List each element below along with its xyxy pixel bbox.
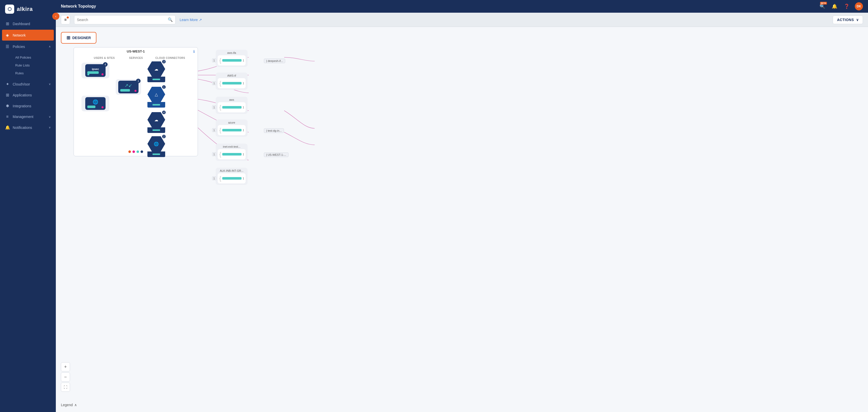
filter-icon: ≡ — [64, 18, 66, 22]
rs-inner-azure: 1 { 1 — [218, 125, 246, 135]
aws-icon: ☁ — [154, 67, 158, 71]
right-segment-aws: aws 1 { 1 — [216, 97, 248, 114]
rs-bracket-alk: { — [219, 175, 221, 182]
logo-area: ⬡ alkira — [0, 0, 56, 18]
rs-bracket-aws-tf: { — [219, 80, 221, 87]
legend-bar[interactable]: Legend ∧ — [61, 403, 77, 407]
azure-hex: △ — [147, 87, 165, 102]
zoom-controls: + − ⛶ — [61, 362, 70, 392]
user-avatar[interactable]: DK — [855, 2, 863, 10]
designer-tab[interactable]: ⊞ DESIGNER — [61, 32, 96, 44]
aws-small-bar — [153, 78, 160, 80]
dot-navigation — [128, 151, 143, 153]
learn-more-label: Learn More — [180, 18, 198, 22]
globe-bar-area — [147, 152, 165, 157]
help-icon: ❓ — [844, 4, 849, 9]
services-pink-dot — [134, 90, 136, 92]
zoom-out-button[interactable]: − — [61, 373, 70, 382]
rs-num-inet: 1 — [212, 153, 216, 156]
services-node-inner: 1 ↗↙ — [118, 81, 138, 93]
help-btn[interactable]: ❓ — [843, 2, 851, 10]
designer-icon: ⊞ — [66, 35, 70, 40]
policies-icon: ☰ — [5, 44, 10, 49]
bell-icon: 🔔 — [832, 4, 837, 9]
globe-small-bar — [153, 154, 160, 155]
management-chevron: ∨ — [49, 115, 51, 119]
rs-bar-aws-tf — [222, 82, 242, 85]
dot-3[interactable] — [136, 151, 139, 153]
ipsec-bar — [87, 71, 103, 74]
globe-connector-icon: 🌐 — [154, 141, 159, 147]
rs-bracket-aws-ifa: { — [219, 57, 221, 64]
sidebar-item-all-policies[interactable]: All Policies — [13, 54, 56, 61]
dot-1[interactable] — [128, 151, 131, 153]
rs-bar-inet — [222, 153, 242, 156]
sidebar-label-management: Management — [13, 115, 33, 119]
sidebar-item-applications[interactable]: ⊞ Applications — [0, 90, 56, 100]
search-icon-btn[interactable]: 🔍 BETA — [818, 2, 827, 10]
page-title: Network Topology — [61, 4, 96, 9]
network-icon: ◈ — [5, 33, 10, 37]
zoom-in-button[interactable]: + — [61, 362, 70, 372]
us-west-1-segment: US-WEST-1 ℹ USERS & SITES SERVICES CLOUD… — [73, 47, 198, 156]
right-segment-inet: inet-exit-test... 1 { 1 — [216, 144, 248, 161]
search-container: 🔍 — [74, 15, 176, 24]
actions-button[interactable]: ACTIONS ∨ — [833, 15, 863, 24]
dot-4[interactable] — [141, 151, 143, 153]
rs-bracket-azure: { — [219, 127, 221, 134]
cloud-count: 4 — [162, 110, 166, 115]
rs-title-inet: inet-exit-test... — [223, 145, 240, 148]
segment-info-icon[interactable]: ℹ — [193, 50, 195, 54]
notifications-bell-btn[interactable]: 🔔 — [831, 2, 839, 10]
sidebar-item-network[interactable]: ◈ Network — [2, 30, 54, 40]
sidebar-item-rule-lists[interactable]: Rule Lists — [13, 61, 56, 69]
internet-bar — [87, 105, 103, 108]
azure-connector[interactable]: △ 1 — [147, 87, 165, 107]
rs-count-aws-tf: 1 — [243, 82, 244, 85]
rs-inner-alk: 1 { 1 — [218, 173, 246, 183]
sidebar-item-dashboard[interactable]: ⊞ Dashboard — [0, 18, 56, 29]
rs-bar-azure — [222, 129, 242, 131]
sidebar-item-notifications[interactable]: 🔔 Notifications ∨ — [0, 122, 56, 133]
cloud-hex: ☁ — [147, 112, 165, 127]
filter-button[interactable]: ≡ — [61, 15, 70, 24]
services-node[interactable]: 1 ↗↙ — [116, 79, 141, 95]
col-connectors-label: CLOUD CONNECTORS — [153, 57, 188, 59]
azure-count: 1 — [162, 85, 166, 89]
rs-bar-aws-ifa — [222, 59, 242, 62]
ipsec-node[interactable]: 4 ipsec — [82, 63, 110, 78]
fit-icon: ⛶ — [64, 385, 67, 389]
sidebar-item-management[interactable]: ≡ Management ∨ — [0, 112, 56, 122]
segment-title: US-WEST-1 — [74, 47, 198, 54]
rs-bar-alk — [222, 177, 242, 180]
filter-dot — [67, 17, 69, 19]
designer-label: DESIGNER — [72, 36, 91, 40]
sidebar-item-policies[interactable]: ☰ Policies ∧ — [0, 41, 56, 52]
rs-title-aws-ifa: aws-ifa — [227, 51, 236, 54]
toolbar: ≡ 🔍 Learn More ↗ ACTIONS ∨ — [56, 13, 868, 27]
aws-connector[interactable]: ☁ 3 — [147, 61, 165, 82]
globe-connector[interactable]: 🌐 2 — [147, 136, 165, 157]
topbar-icons: 🔍 BETA 🔔 ❓ DK — [818, 2, 863, 10]
ipsec-node-inner: 4 ipsec — [85, 64, 105, 77]
cloudvisor-chevron: ∨ — [49, 83, 51, 86]
search-input[interactable] — [77, 18, 168, 22]
learn-more-link[interactable]: Learn More ↗ — [180, 18, 202, 22]
actions-label: ACTIONS — [837, 18, 854, 22]
sidebar-collapse-button[interactable]: ‹ — [52, 13, 59, 20]
rs-num-alk: 1 — [212, 177, 216, 180]
management-icon: ≡ — [5, 115, 10, 119]
sidebar-item-cloudvisor[interactable]: ✦ CloudVisor ∨ — [0, 78, 56, 90]
rs-bracket-inet: { — [219, 151, 221, 158]
aws-count: 3 — [162, 59, 166, 64]
internet-node[interactable]: 🌐 — [82, 96, 110, 112]
sidebar-item-rules[interactable]: Rules — [13, 69, 56, 77]
rs-title-aws: aws — [229, 98, 234, 101]
dot-2[interactable] — [132, 151, 135, 153]
rs-count-alk: 1 — [243, 177, 244, 180]
globe-hex: 🌐 — [147, 136, 165, 152]
internet-pink-dot — [101, 106, 103, 108]
sidebar-item-integrations[interactable]: ✱ Integrations — [0, 100, 56, 112]
cloud-connector[interactable]: ☁ 4 — [147, 112, 165, 133]
zoom-fit-button[interactable]: ⛶ — [61, 383, 70, 392]
